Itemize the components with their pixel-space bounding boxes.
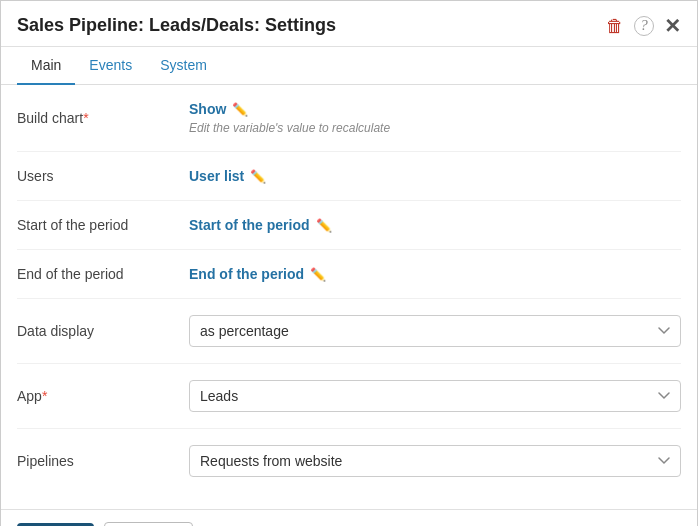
app-row: App* Leads Deals: [17, 364, 681, 429]
end-period-link: End of the period ✏️: [189, 266, 681, 282]
tab-system[interactable]: System: [146, 47, 221, 85]
users-edit-icon[interactable]: ✏️: [250, 169, 266, 184]
end-period-link-text[interactable]: End of the period: [189, 266, 304, 282]
pipelines-label: Pipelines: [17, 453, 177, 469]
tab-events[interactable]: Events: [75, 47, 146, 85]
build-chart-hint: Edit the variable's value to recalculate: [189, 121, 681, 135]
settings-dialog: Sales Pipeline: Leads/Deals: Settings 🗑 …: [0, 0, 698, 526]
users-label: Users: [17, 168, 177, 184]
start-period-row: Start of the period Start of the period …: [17, 201, 681, 250]
help-icon[interactable]: ?: [634, 16, 654, 36]
start-period-link: Start of the period ✏️: [189, 217, 681, 233]
build-chart-edit-icon[interactable]: ✏️: [232, 102, 248, 117]
close-icon[interactable]: ✕: [664, 16, 681, 36]
data-display-row: Data display as percentage as count as v…: [17, 299, 681, 364]
data-display-value: as percentage as count as value: [189, 315, 681, 347]
users-link-text[interactable]: User list: [189, 168, 244, 184]
users-row: Users User list ✏️: [17, 152, 681, 201]
end-period-value: End of the period ✏️: [189, 266, 681, 282]
build-chart-value: Show ✏️ Edit the variable's value to rec…: [189, 101, 681, 135]
data-display-select[interactable]: as percentage as count as value: [189, 315, 681, 347]
users-value: User list ✏️: [189, 168, 681, 184]
start-period-label: Start of the period: [17, 217, 177, 233]
users-link: User list ✏️: [189, 168, 681, 184]
app-value: Leads Deals: [189, 380, 681, 412]
required-star: *: [83, 110, 88, 126]
end-period-row: End of the period End of the period ✏️: [17, 250, 681, 299]
end-period-label: End of the period: [17, 266, 177, 282]
start-period-edit-icon[interactable]: ✏️: [316, 218, 332, 233]
dialog-title: Sales Pipeline: Leads/Deals: Settings: [17, 15, 336, 36]
build-chart-link-text[interactable]: Show: [189, 101, 226, 117]
start-period-link-text[interactable]: Start of the period: [189, 217, 310, 233]
app-select[interactable]: Leads Deals: [189, 380, 681, 412]
end-period-edit-icon[interactable]: ✏️: [310, 267, 326, 282]
delete-icon[interactable]: 🗑: [606, 17, 624, 35]
build-chart-label: Build chart*: [17, 110, 177, 126]
dialog-header: Sales Pipeline: Leads/Deals: Settings 🗑 …: [1, 1, 697, 47]
pipelines-select[interactable]: Requests from website All pipelines: [189, 445, 681, 477]
start-period-value: Start of the period ✏️: [189, 217, 681, 233]
tabs-bar: Main Events System: [1, 47, 697, 85]
build-chart-row: Build chart* Show ✏️ Edit the variable's…: [17, 85, 681, 152]
app-label: App*: [17, 388, 177, 404]
form-body: Build chart* Show ✏️ Edit the variable's…: [1, 85, 697, 509]
pipelines-row: Pipelines Requests from website All pipe…: [17, 429, 681, 493]
header-actions: 🗑 ? ✕: [606, 16, 681, 36]
cancel-button[interactable]: Cancel: [104, 522, 194, 526]
app-required-star: *: [42, 388, 47, 404]
tab-main[interactable]: Main: [17, 47, 75, 85]
pipelines-value: Requests from website All pipelines: [189, 445, 681, 477]
data-display-label: Data display: [17, 323, 177, 339]
build-chart-link: Show ✏️: [189, 101, 681, 117]
dialog-footer: Save Cancel: [1, 509, 697, 526]
